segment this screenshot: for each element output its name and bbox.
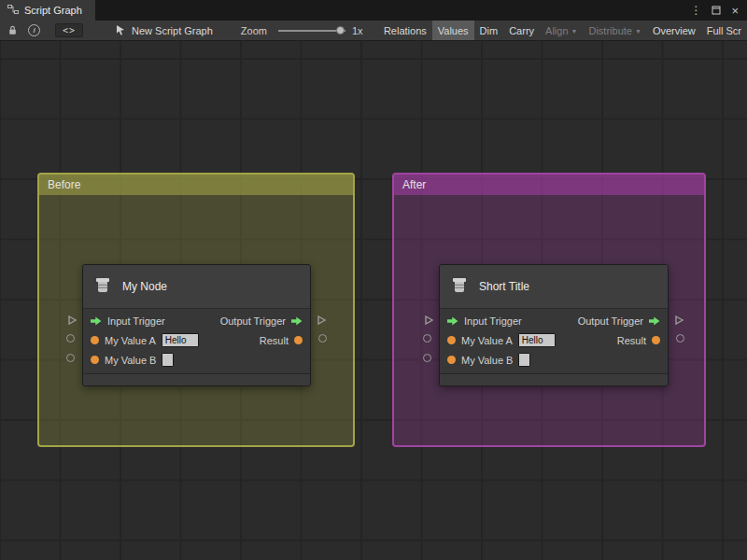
relations-button[interactable]: Relations [378, 21, 432, 40]
kebab-menu-icon[interactable]: ⋮ [690, 5, 701, 16]
zoom-slider[interactable] [278, 30, 345, 32]
value-a-port-icon[interactable] [91, 336, 99, 344]
input-trigger-label: Input Trigger [464, 315, 522, 327]
graph-canvas[interactable]: Before After My Node [0, 41, 747, 560]
chevron-down-icon: ▼ [635, 28, 641, 35]
value-b-label: My Value B [461, 355, 513, 366]
value-a-input[interactable] [162, 333, 199, 347]
carry-button[interactable]: Carry [503, 21, 540, 40]
align-button[interactable]: Align ▼ [540, 21, 583, 40]
input-trigger-port-icon[interactable] [91, 316, 102, 326]
new-script-graph-button[interactable]: New Script Graph [115, 24, 213, 37]
fullscreen-button[interactable]: Full Scr [701, 21, 747, 40]
result-label: Result [617, 335, 646, 346]
value-a-input[interactable] [518, 333, 556, 347]
trigger-row: Input Trigger Output Trigger [83, 311, 310, 330]
close-icon[interactable]: × [731, 5, 739, 17]
distribute-button[interactable]: Distribute ▼ [583, 21, 646, 40]
toolbar: i <> New Script Graph Zoom 1x Relations … [0, 21, 747, 41]
result-port-icon[interactable] [652, 336, 660, 344]
value-b-row: My Value B [440, 350, 668, 370]
node-body[interactable]: Short Title Input Trigger Output Trigger [439, 264, 669, 386]
node-title: My Node [122, 280, 167, 293]
value-a-connector[interactable] [423, 334, 431, 343]
toolbar-right-buttons: Relations Values Dim Carry Align ▼ Distr… [378, 21, 747, 40]
output-trigger-port-icon[interactable] [649, 316, 660, 326]
value-a-label: My Value A [461, 335, 513, 346]
group-before-header[interactable]: Before [39, 175, 353, 195]
node-header[interactable]: Short Title [440, 265, 668, 309]
value-b-port-icon[interactable] [91, 356, 99, 364]
input-trigger-port-icon[interactable] [447, 316, 458, 326]
node-header[interactable]: My Node [83, 265, 310, 309]
tab-bar: Script Graph ⋮ × [0, 0, 747, 21]
zoom-label: Zoom [241, 25, 267, 36]
trigger-row: Input Trigger Output Trigger [440, 311, 668, 330]
distribute-label: Distribute [588, 25, 631, 36]
tab-title: Script Graph [24, 5, 82, 16]
align-label: Align [545, 25, 568, 36]
graph-icon [7, 4, 19, 17]
node-footer [440, 373, 668, 385]
value-b-input[interactable] [162, 353, 174, 367]
zoom-slider-handle[interactable] [336, 26, 345, 35]
node-icon [450, 276, 469, 298]
value-b-connector[interactable] [423, 354, 431, 362]
group-after-title: After [402, 178, 426, 191]
output-trigger-label: Output Trigger [220, 315, 286, 327]
tab-script-graph[interactable]: Script Graph [0, 0, 95, 21]
cursor-icon [115, 24, 126, 37]
info-icon[interactable]: i [28, 24, 40, 36]
output-trigger-connector[interactable] [316, 313, 327, 329]
result-label: Result [260, 335, 289, 346]
node-body[interactable]: My Node Input Trigger Output Trigger [82, 264, 311, 386]
overview-button[interactable]: Overview [647, 21, 701, 40]
chevron-down-icon: ▼ [571, 28, 578, 35]
lock-icon[interactable] [7, 25, 18, 35]
zoom-control: Zoom 1x [241, 25, 363, 36]
value-a-row: My Value A Result [440, 330, 668, 350]
input-trigger-connector[interactable] [423, 313, 434, 329]
value-a-label: My Value A [105, 335, 156, 346]
zoom-value: 1x [352, 25, 363, 36]
output-trigger-connector[interactable] [673, 313, 684, 329]
output-trigger-label: Output Trigger [578, 315, 643, 327]
maximize-icon[interactable] [712, 2, 721, 19]
window-controls: ⋮ × [690, 0, 747, 21]
group-before-title: Before [48, 178, 80, 191]
input-trigger-connector[interactable] [66, 313, 78, 329]
value-b-connector[interactable] [66, 354, 75, 362]
result-connector[interactable] [676, 334, 684, 343]
node-short-title[interactable]: Short Title Input Trigger Output Trigger [439, 264, 669, 386]
result-connector[interactable] [318, 334, 327, 343]
group-after-header[interactable]: After [394, 175, 704, 195]
value-b-row: My Value B [83, 350, 310, 370]
value-a-connector[interactable] [66, 334, 75, 343]
values-button[interactable]: Values [432, 21, 474, 40]
node-icon [93, 276, 112, 298]
dim-button[interactable]: Dim [474, 21, 504, 40]
new-script-graph-label: New Script Graph [132, 25, 213, 36]
value-b-port-icon[interactable] [447, 356, 456, 364]
input-trigger-label: Input Trigger [107, 315, 165, 327]
result-port-icon[interactable] [294, 336, 303, 344]
output-trigger-port-icon[interactable] [291, 316, 303, 326]
value-b-label: My Value B [105, 355, 156, 366]
code-button[interactable]: <> [55, 23, 83, 37]
node-my-node[interactable]: My Node Input Trigger Output Trigger [82, 264, 311, 386]
value-b-input[interactable] [518, 353, 530, 367]
node-title: Short Title [479, 280, 529, 293]
node-footer [83, 373, 310, 385]
value-a-row: My Value A Result [83, 330, 310, 350]
value-a-port-icon[interactable] [447, 336, 456, 344]
